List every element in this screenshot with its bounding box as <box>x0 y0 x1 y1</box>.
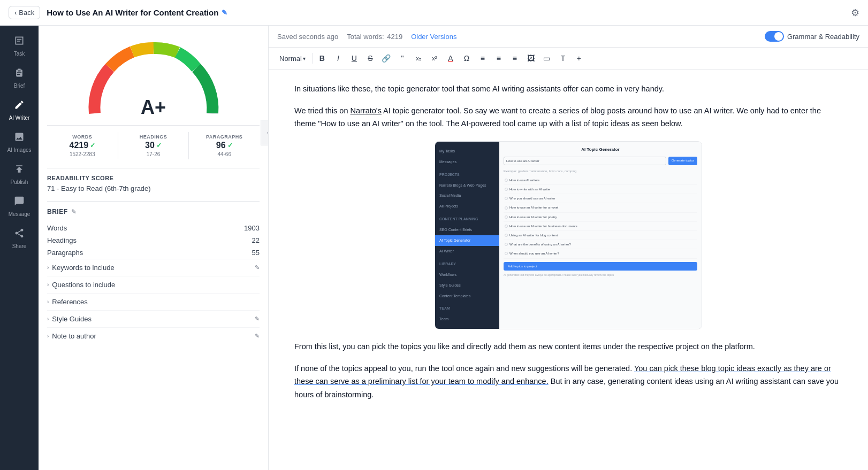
special-chars-button[interactable]: Ω <box>459 51 474 66</box>
ss-input-row: How to use an AI writer Generate topics <box>504 157 697 165</box>
collapsible-style-guides[interactable]: › Style Guides ✎ <box>47 310 260 327</box>
note-edit-icon[interactable]: ✎ <box>255 333 260 340</box>
link-button[interactable]: 🔗 <box>379 51 394 66</box>
style-guides-edit-icon[interactable]: ✎ <box>255 315 260 322</box>
message-icon <box>14 196 25 209</box>
ss-content-planning-header: CONTENT PLANNING <box>435 214 499 225</box>
side-nav: Task Brief AI Writer AI Images Publish <box>0 26 39 470</box>
ss-list-item-2: How to write with an AI writer <box>504 185 697 194</box>
stat-headings: HEADINGS 30 ✓ 17-26 <box>118 132 189 159</box>
style-dropdown[interactable]: Normal ▾ <box>275 53 310 64</box>
collapsible-note[interactable]: › Note to author ✎ <box>47 327 260 344</box>
image-button[interactable]: 🖼 <box>523 51 538 66</box>
strikethrough-button[interactable]: S <box>363 51 378 66</box>
editor-content[interactable]: In situations like these, the topic gene… <box>269 70 868 470</box>
older-versions-link[interactable]: Older Versions <box>411 33 456 41</box>
ss-nav-narrato: Narrato Blogs & Web Pages <box>435 180 499 191</box>
topic-ideas-link[interactable]: You can pick these blog topic ideas exac… <box>294 364 831 386</box>
score-panel: A+ WORDS 4219 ✓ 1522-2283 HEADINGS 30 ✓ … <box>39 26 269 470</box>
ss-nav-workflows: Workflows <box>435 269 499 280</box>
chevron-right-icon: › <box>47 265 49 271</box>
content-paragraph-4: If none of the topics appeal to you, run… <box>294 362 842 402</box>
gauge-container: A+ <box>47 34 260 119</box>
brief-row-paragraphs: Paragraphs 55 <box>47 246 260 259</box>
ss-team-header: TEAM <box>435 303 499 314</box>
ss-nav-social: Social Media <box>435 190 499 201</box>
readability-section: READABILITY SCORE 71 - Easy to Read (6th… <box>47 168 260 192</box>
ss-sidebar: My Tasks Messages PROJECTS Narrato Blogs… <box>435 142 499 329</box>
bold-button[interactable]: B <box>315 51 330 66</box>
grade-label: A+ <box>141 96 166 119</box>
brief-edit-icon[interactable]: ✎ <box>71 208 77 215</box>
content-paragraph-1: In situations like these, the topic gene… <box>294 82 842 96</box>
sidebar-item-task[interactable]: Task <box>0 30 39 62</box>
indent-button[interactable]: ≡ <box>507 51 522 66</box>
grammar-toggle[interactable] <box>765 31 784 42</box>
sidebar-item-message[interactable]: Message <box>0 190 39 222</box>
sidebar-item-share[interactable]: Share <box>0 222 39 255</box>
stat-paragraphs: PARAGRAPHS 96 ✓ 44-66 <box>189 132 260 159</box>
brief-row-headings: Headings 22 <box>47 234 260 246</box>
chevron-right-icon: › <box>47 316 49 322</box>
ss-list-item-8: What are the benefits of using an AI wri… <box>504 240 697 249</box>
chevron-right-icon: › <box>47 333 49 339</box>
blockquote-button[interactable]: " <box>395 51 410 66</box>
ss-list-item-5: How to use an AI writer for poetry <box>504 213 697 222</box>
unordered-list-button[interactable]: ≡ <box>491 51 506 66</box>
publish-icon <box>14 164 25 177</box>
title-edit-icon[interactable]: ✎ <box>222 9 227 17</box>
settings-icon[interactable]: ⚙ <box>851 7 859 19</box>
ss-footer-note: AI generated text may not always be appr… <box>504 273 697 278</box>
ss-nav-templates: Content Templates <box>435 291 499 302</box>
task-icon <box>14 35 25 49</box>
dropdown-arrow-icon: ▾ <box>303 56 306 61</box>
back-button[interactable]: ‹ Back <box>9 6 40 19</box>
ss-nav-seo: SEO Content Briefs <box>435 225 499 235</box>
paragraphs-check-icon: ✓ <box>227 142 233 149</box>
font-color-button[interactable]: A <box>443 51 458 66</box>
ordered-list-button[interactable]: ≡ <box>475 51 490 66</box>
insert-button[interactable]: + <box>572 51 587 66</box>
screenshot-inner: My Tasks Messages PROJECTS Narrato Blogs… <box>435 142 702 329</box>
collapsible-keywords[interactable]: › Keywords to include ✎ <box>47 259 260 276</box>
total-words-label: Total words: 4219 <box>347 33 402 41</box>
clear-format-button[interactable]: T <box>555 51 570 66</box>
panel-collapse-toggle[interactable]: ‹ <box>261 120 269 145</box>
keywords-edit-icon[interactable]: ✎ <box>255 264 260 271</box>
ss-nav-ai-topic: AI Topic Generator <box>435 235 499 246</box>
collapsible-questions[interactable]: › Questions to include <box>47 276 260 293</box>
screenshot-image: My Tasks Messages PROJECTS Narrato Blogs… <box>435 141 702 329</box>
ss-nav-ai-writer: AI Writer <box>435 246 499 257</box>
collapsible-references[interactable]: › References <box>47 293 260 310</box>
toolbar-separator <box>312 53 313 64</box>
ss-example-text: Example: garden maintenance, lawn care, … <box>504 168 697 174</box>
content-paragraph-2: We tried this on Narrato's AI topic gene… <box>294 104 842 130</box>
ai-writer-icon <box>14 99 25 113</box>
subscript-button[interactable]: x₂ <box>411 51 426 66</box>
underline-button[interactable]: U <box>347 51 362 66</box>
editor-toolbar: Normal ▾ B I U S 🔗 " x₂ x² A Ω ≡ ≡ ≡ 🖼 ▭… <box>269 48 868 70</box>
ss-projects-header: PROJECTS <box>435 169 499 180</box>
sidebar-item-ai-images[interactable]: AI Images <box>0 126 39 158</box>
chevron-right-icon: › <box>47 299 49 305</box>
ss-nav-allprojects: All Projects <box>435 201 499 212</box>
ss-list-item-1: How to use AI writers <box>504 176 697 185</box>
sidebar-item-publish[interactable]: Publish <box>0 158 39 190</box>
superscript-button[interactable]: x² <box>427 51 442 66</box>
table-button[interactable]: ▭ <box>539 51 554 66</box>
sidebar-item-ai-writer[interactable]: AI Writer <box>0 94 39 126</box>
ss-topic-input: How to use an AI writer <box>504 157 666 165</box>
ss-add-btn: Add topics to project <box>504 262 697 271</box>
sidebar-item-brief[interactable]: Brief <box>0 62 39 94</box>
share-icon <box>14 228 25 241</box>
toggle-knob <box>774 32 783 41</box>
italic-button[interactable]: I <box>331 51 346 66</box>
gauge-wrap: A+ <box>79 38 229 119</box>
narrato-link[interactable]: Narrato's <box>351 106 382 115</box>
brief-icon <box>14 67 25 81</box>
ss-list-item-4: How to use an AI writer for a novel. <box>504 203 697 212</box>
editor-panel: Saved seconds ago Total words: 4219 Olde… <box>269 26 868 470</box>
stat-words: WORDS 4219 ✓ 1522-2283 <box>47 132 118 159</box>
stats-row: WORDS 4219 ✓ 1522-2283 HEADINGS 30 ✓ 17-… <box>47 125 260 159</box>
headings-check-icon: ✓ <box>156 142 162 149</box>
